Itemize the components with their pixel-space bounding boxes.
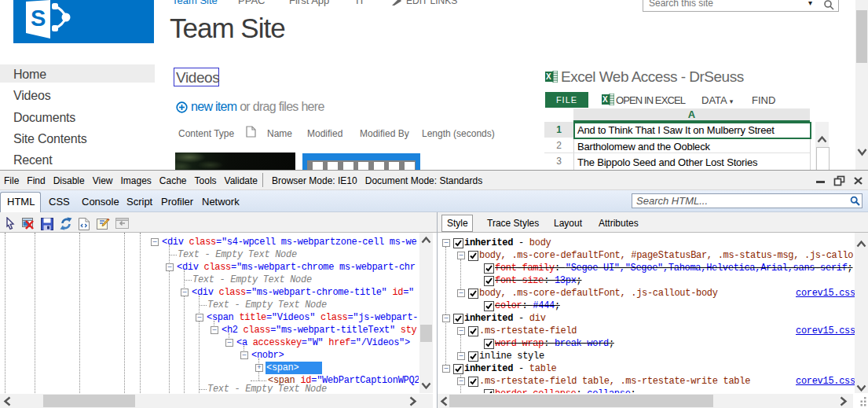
svg-text:X: X: [546, 72, 551, 81]
svg-text:X: X: [602, 95, 608, 104]
svg-text:S: S: [31, 6, 46, 31]
